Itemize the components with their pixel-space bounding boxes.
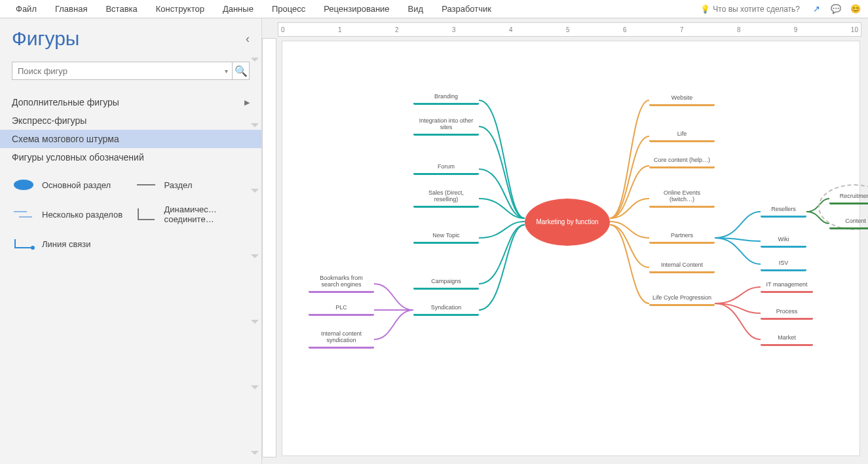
- shape-multi-topics-label: Несколько разделов: [42, 210, 128, 220]
- ribbon-tab-view[interactable]: Вид: [399, 1, 433, 16]
- shape-dynamic-connector-icon[interactable]: [134, 206, 158, 222]
- stencil-tab-marker[interactable]: [251, 254, 259, 261]
- mindmap-node[interactable]: Internal content syndication: [309, 330, 374, 349]
- shape-search[interactable]: ▾ 🔍: [12, 62, 250, 80]
- stencil-label: Экспресс-фигуры: [12, 115, 86, 126]
- stencil-tab-marker[interactable]: [251, 385, 259, 392]
- stencil-tabs: [251, 58, 259, 457]
- shape-main-topic-label: Основной раздел: [42, 180, 128, 190]
- mindmap-node[interactable]: PLC: [309, 303, 374, 316]
- shape-topic-icon[interactable]: [134, 177, 158, 193]
- mindmap-node[interactable]: Core content (help…): [649, 156, 715, 168]
- mindmap-node[interactable]: Life Cycle Progression: [649, 294, 715, 306]
- shape-topic-label: Раздел: [164, 180, 250, 190]
- mindmap-node[interactable]: Life: [649, 130, 715, 142]
- ruler-mark: 0: [281, 26, 285, 33]
- comment-icon[interactable]: 💬: [830, 3, 842, 15]
- mindmap-node[interactable]: Bookmarks from search engines: [309, 274, 374, 293]
- mindmap-node[interactable]: Sales (Direct, reselling): [413, 189, 479, 208]
- stencil-tab-marker[interactable]: [251, 320, 259, 326]
- mindmap-center-topic[interactable]: Marketing by function: [525, 199, 610, 246]
- tell-me-label: Что вы хотите сделать?: [713, 5, 800, 14]
- ruler-mark: 10: [851, 26, 858, 33]
- stencil-quick-shapes[interactable]: Экспресс-фигуры: [0, 111, 261, 130]
- ruler-mark: 5: [566, 26, 570, 33]
- ribbon-tab-developer[interactable]: Разработчик: [432, 1, 500, 16]
- stencil-tab-marker[interactable]: [251, 451, 259, 457]
- mindmap-node[interactable]: Wiki: [761, 235, 806, 248]
- mindmap-node[interactable]: Branding: [413, 92, 479, 105]
- ruler-mark: 4: [509, 26, 513, 33]
- mindmap-node[interactable]: Partners: [649, 231, 715, 244]
- tell-me-search[interactable]: 💡 Что вы хотите сделать?: [700, 5, 800, 14]
- drawing-canvas[interactable]: Marketing by function Branding Integrati…: [282, 41, 860, 456]
- mindmap-node[interactable]: Market: [761, 334, 813, 346]
- stencil-tab-marker[interactable]: [251, 58, 259, 64]
- stencil-legend-shapes[interactable]: Фигуры условных обозначений: [0, 148, 261, 166]
- mindmap-node[interactable]: Forum: [413, 163, 479, 175]
- ribbon-tab-data[interactable]: Данные: [214, 1, 263, 16]
- collapse-pane-button[interactable]: ‹: [246, 32, 250, 46]
- ruler-mark: 2: [395, 26, 399, 33]
- mindmap-node[interactable]: Content: [829, 217, 868, 229]
- stencil-tab-marker[interactable]: [251, 189, 259, 195]
- stencil-brainstorm[interactable]: Схема мозгового штурма: [0, 130, 261, 148]
- stencil-label: Фигуры условных обозначений: [12, 152, 144, 163]
- stencil-label: Дополнительные фигуры: [12, 97, 119, 107]
- search-icon: 🔍: [235, 65, 248, 77]
- shape-assoc-line-label: Линия связи: [42, 239, 128, 249]
- shape-multi-topics-icon[interactable]: [12, 206, 35, 222]
- bulb-icon: 💡: [700, 5, 710, 14]
- shape-palette: Основной раздел Раздел Несколько раздело…: [0, 170, 261, 258]
- ribbon-tab-home[interactable]: Главная: [46, 1, 96, 16]
- mindmap-node[interactable]: IT management: [761, 280, 813, 293]
- search-go-button[interactable]: 🔍: [232, 62, 249, 79]
- ruler-mark: 3: [452, 26, 456, 33]
- mindmap-node[interactable]: Internal Content: [649, 261, 715, 273]
- shape-assoc-line-icon[interactable]: [12, 236, 35, 252]
- stencil-tab-marker[interactable]: [251, 123, 259, 130]
- ruler-mark: 7: [680, 26, 684, 33]
- shapes-pane-title: Фигуры: [12, 28, 79, 50]
- ribbon-tab-design[interactable]: Конструктор: [147, 1, 214, 16]
- stencil-label: Схема мозгового штурма: [12, 134, 119, 144]
- mindmap-node[interactable]: Recruitment: [829, 192, 868, 204]
- shapes-pane: Фигуры ‹ ▾ 🔍 Дополнительные фигуры ▶ Экс…: [0, 18, 262, 464]
- ruler-vertical: [262, 38, 276, 457]
- ribbon-tabs: Файл Главная Вставка Конструктор Данные …: [0, 0, 868, 18]
- connectors-layer: [282, 41, 859, 455]
- smiley-icon[interactable]: 😊: [850, 3, 861, 15]
- mindmap-node[interactable]: New Topic: [413, 231, 479, 244]
- mindmap-node[interactable]: ISV: [761, 259, 806, 271]
- mindmap-node[interactable]: Process: [761, 307, 813, 320]
- stencil-more-shapes[interactable]: Дополнительные фигуры ▶: [0, 93, 261, 111]
- chevron-right-icon: ▶: [244, 98, 250, 107]
- ruler-mark: 9: [794, 26, 798, 33]
- stencil-list: Дополнительные фигуры ▶ Экспресс-фигуры …: [0, 87, 261, 170]
- mindmap-node[interactable]: Syndication: [413, 303, 479, 316]
- ruler-mark: 8: [737, 26, 741, 33]
- shape-dynamic-connector-label: Динамичес… соедините…: [164, 204, 250, 224]
- ribbon-tab-insert[interactable]: Вставка: [96, 1, 146, 16]
- mindmap-node[interactable]: Campaigns: [413, 277, 479, 290]
- search-dropdown-icon[interactable]: ▾: [220, 68, 232, 75]
- ribbon-tab-file[interactable]: Файл: [7, 1, 46, 16]
- ruler-horizontal: 0 1 2 3 4 5 6 7 8 9 10: [278, 22, 861, 37]
- ruler-mark: 1: [338, 26, 342, 33]
- drawing-stage: 0 1 2 3 4 5 6 7 8 9 10: [262, 18, 868, 464]
- shape-search-input[interactable]: [12, 66, 220, 76]
- mindmap-node[interactable]: Resellers: [761, 205, 806, 218]
- mindmap-node[interactable]: Website: [649, 94, 715, 106]
- shape-main-topic-icon[interactable]: [12, 177, 35, 193]
- ribbon-tab-review[interactable]: Рецензирование: [314, 1, 398, 16]
- mindmap-node[interactable]: Integration into other sites: [413, 117, 479, 136]
- ribbon-tab-process[interactable]: Процесс: [263, 1, 314, 16]
- mindmap-node[interactable]: Online Events (twitch…): [649, 189, 715, 208]
- share-icon[interactable]: ↗: [810, 3, 822, 15]
- ruler-mark: 6: [623, 26, 627, 33]
